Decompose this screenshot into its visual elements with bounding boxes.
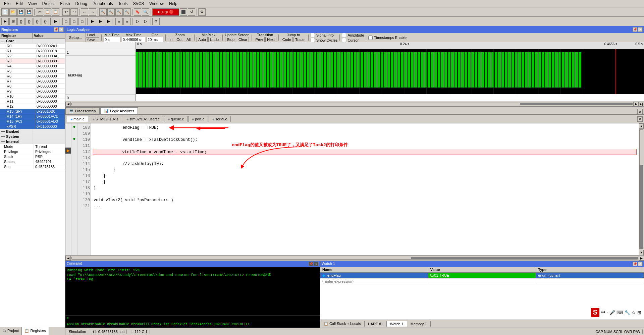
menu-tools[interactable]: Tools (116, 1, 130, 7)
nav-fwd-btn[interactable]: → (89, 8, 96, 16)
scroll-end-btn[interactable]: ▶| (639, 102, 644, 106)
code-scroll-up[interactable]: ▲ (639, 123, 644, 129)
save-all-btn[interactable]: 💾 (25, 8, 33, 16)
tb2-btn16[interactable]: ▷ (134, 18, 141, 25)
code-vscroll-thumb[interactable] (639, 129, 643, 165)
menu-peripherals[interactable]: Peripherals (90, 1, 116, 7)
tb2-btn13[interactable]: ▶ (105, 18, 112, 25)
cut-btn[interactable]: ✂ (36, 8, 43, 16)
tab-disassembly[interactable]: 💻 Disassembly (65, 107, 100, 114)
watch-row-endflag[interactable]: ◆ endFlag 0x01 TRUE enum (uchar) (320, 273, 644, 279)
reg-row-r10[interactable]: R10 0x00000000 (0, 94, 65, 99)
build-btn[interactable]: 🔨 (99, 8, 107, 16)
nav-back-btn[interactable]: ← (81, 8, 88, 16)
cmd-pin-icon[interactable]: 📌 (309, 262, 313, 266)
scroll-left-btn[interactable]: ◀ (65, 102, 71, 106)
scrollbar-thumb[interactable] (71, 103, 520, 105)
tb2-btn6[interactable]: {} (42, 18, 49, 25)
reg-row-r13[interactable]: R13 (SP) 0x20010B0 (0, 109, 65, 114)
watch-pin-icon[interactable]: 📌 (633, 262, 637, 266)
la-load-btn[interactable]: Load... (86, 33, 99, 38)
la-maxtime-input[interactable] (122, 37, 145, 42)
build2-btn[interactable]: 🔨 (107, 8, 115, 16)
file-tabs-close-btn[interactable]: ✕ (637, 116, 643, 122)
tb2-btn15[interactable]: ≡ (123, 18, 131, 25)
reg-row-r11[interactable]: R11 0x00000000 (0, 99, 65, 104)
redo-btn[interactable]: ↪ (70, 8, 78, 16)
la-mintime-input[interactable] (104, 37, 120, 42)
la-signal-info-cb[interactable] (311, 33, 315, 37)
copy-btn[interactable]: 📋 (44, 8, 51, 16)
paste-btn[interactable]: 📋 (52, 8, 59, 16)
reg-row-r7[interactable]: R7 0x00000000 (0, 79, 65, 84)
reg-row-r6[interactable]: R6 0x00000000 (0, 74, 65, 79)
code-vscroll-track[interactable] (639, 129, 643, 249)
file-tab-queue[interactable]: ■ queue.c (164, 116, 187, 122)
reg-row-states[interactable]: States 48492701 (0, 159, 65, 164)
reg-row-r5[interactable]: R5 0x00000000 (0, 69, 65, 74)
menu-help[interactable]: Help (166, 1, 180, 7)
reg-row-r3[interactable]: R3 0x00000080 (0, 59, 65, 64)
reg-row-r15[interactable]: R15 (PC) 0x08001AD0 (0, 119, 65, 124)
tb2-btn14[interactable]: ≡ (115, 18, 123, 25)
code-hscroll-track[interactable] (71, 257, 638, 260)
reg-row-r9[interactable]: R9 0x00000000 (0, 89, 65, 94)
la-pin-icon[interactable]: 📌 (633, 27, 637, 32)
tb2-btn4[interactable]: {} (25, 18, 33, 25)
tb2-btn7[interactable]: ▶ (52, 18, 59, 25)
la-minmax-auto-btn[interactable]: Auto (197, 37, 208, 42)
menu-debug[interactable]: Debug (73, 1, 90, 7)
cmd-close-icon[interactable]: ✕ (314, 262, 319, 266)
menu-file[interactable]: File (1, 1, 13, 7)
la-code-btn[interactable]: Code (281, 37, 293, 42)
settings-btn[interactable]: ⚙ (198, 8, 206, 16)
reg-row-r2[interactable]: R2 0x0000000A (0, 54, 65, 59)
tb2-btn18[interactable]: ⚙ (152, 18, 160, 25)
bookmark-btn[interactable]: 🔖 (134, 8, 141, 16)
la-zoom-in-btn[interactable]: In (168, 37, 174, 42)
tb2-btn9[interactable]: □ (70, 18, 78, 25)
tb2-btn10[interactable]: □ (78, 18, 86, 25)
reg-row-r12[interactable]: R12 0x00000000 (0, 104, 65, 109)
reg-row-privilege[interactable]: Privilege Privileged (0, 149, 65, 154)
menu-view[interactable]: View (25, 1, 40, 7)
tb2-btn17[interactable]: ▷ (142, 18, 149, 25)
reg-row-xpsr[interactable]: xPSR 0x01000000 (0, 124, 65, 129)
menu-edit[interactable]: Edit (13, 1, 25, 7)
reg-row-mode[interactable]: Mode Thread (0, 144, 65, 149)
file-tab-port[interactable]: ■ port.c (188, 116, 208, 122)
build4-btn[interactable]: 🔨 (123, 8, 131, 16)
tb2-btn1[interactable]: ▶ (1, 18, 9, 25)
file-tab-mainc[interactable]: ■ main.c (67, 116, 88, 122)
la-setup-btn[interactable]: Setup... (67, 35, 84, 40)
reg-row-r0[interactable]: R0 0x000002A1 (0, 44, 65, 49)
code-scroll-right[interactable]: ▶ (639, 256, 644, 261)
undo-btn[interactable]: ↩ (62, 8, 70, 16)
watch-close-icon[interactable]: ✕ (638, 262, 643, 266)
find-btn[interactable]: 🔍 (142, 8, 149, 16)
reg-row-r4[interactable]: R4 0x00000000 (0, 64, 65, 69)
tb2-btn5[interactable]: {} (34, 18, 41, 25)
la-cursor-cb[interactable] (342, 38, 346, 42)
la-save-btn[interactable]: Save... (86, 38, 99, 43)
build3-btn[interactable]: 🔨 (115, 8, 123, 16)
tab-uart[interactable]: UART #1 (365, 321, 387, 327)
la-next-btn[interactable]: Next (265, 37, 276, 42)
new-file-btn[interactable]: 📄 (1, 8, 9, 16)
reg-row-sec[interactable]: Sec 0.45275186 (0, 164, 65, 169)
la-stop-btn[interactable]: Stop (225, 37, 236, 42)
la-prev-btn[interactable]: Prev (254, 37, 265, 42)
menu-project[interactable]: Project (40, 1, 57, 7)
file-tab-stm32s[interactable]: ■ STM32F10x.s (89, 116, 122, 122)
debug-stop-btn[interactable]: ⬛ (180, 8, 187, 16)
code-scroll-left[interactable]: ◀ (65, 256, 71, 261)
la-zoom-out-btn[interactable]: Out (175, 37, 184, 42)
tb2-btn2[interactable]: ⊞ (9, 18, 17, 25)
file-tab-usart[interactable]: ■ stm32f10x_usart.c (123, 116, 163, 122)
open-file-btn[interactable]: 📂 (9, 8, 17, 16)
tab-close-btn[interactable]: ✕ (637, 109, 643, 114)
reg-row-r8[interactable]: R8 0x00000000 (0, 84, 65, 89)
registers-close-icon[interactable]: ✕ (59, 27, 64, 32)
la-clear-btn[interactable]: Clear (237, 37, 249, 42)
la-show-cycles-cb[interactable] (311, 38, 315, 42)
